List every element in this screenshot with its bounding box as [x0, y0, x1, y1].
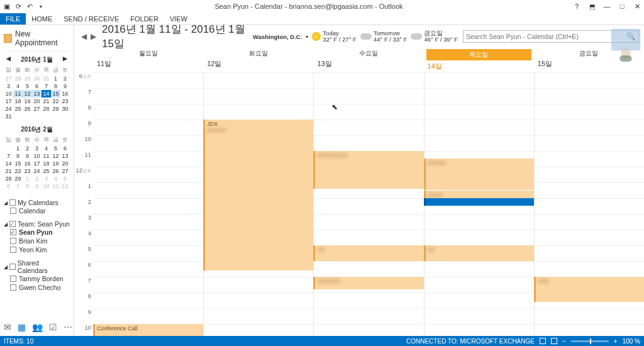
group-my-calendars[interactable]: ◢My Calendars: [4, 199, 70, 206]
nav-calendar-icon[interactable]: ▦: [18, 322, 26, 332]
checkbox[interactable]: [9, 199, 16, 206]
minimize-icon[interactable]: ―: [602, 2, 611, 11]
view-reading-icon[interactable]: [551, 338, 557, 344]
qat-dropdown-icon[interactable]: ▾: [36, 2, 45, 11]
mini-calendar-january: ◀2016년 1월▶ 일월화수목금토 272829303112 3456789 …: [4, 54, 70, 120]
status-connection: CONNECTED TO: MICROSOFT EXCHANGE: [406, 338, 535, 345]
calendar-grid[interactable]: Conference Call JDXXXXXX XXXXXXXX XX XXX…: [93, 72, 644, 336]
nav-mail-icon[interactable]: ✉: [4, 322, 11, 332]
zoom-slider[interactable]: [571, 340, 609, 342]
calendar-item-gwen[interactable]: Gwen Checho: [4, 283, 70, 292]
tab-file[interactable]: FILE: [0, 13, 26, 25]
window-title: Sean Pyun - Calendar - brianna.seo@lpgaa…: [45, 3, 572, 10]
event-item-current[interactable]: [424, 198, 534, 206]
prev-month-icon[interactable]: ◀: [6, 55, 11, 62]
cloud-icon: [360, 33, 372, 40]
event-item[interactable]: XX: [313, 245, 423, 261]
nav-more-icon[interactable]: ⋯: [64, 322, 72, 332]
date-range: 2016년 1월 11일 - 2016년 1월 15일: [102, 22, 253, 51]
cloud-icon: [411, 33, 422, 40]
tab-home[interactable]: HOME: [26, 13, 58, 25]
group-team[interactable]: ◢Team: Sean Pyun: [4, 220, 70, 228]
help-icon[interactable]: ?: [572, 2, 581, 11]
zoom-out-icon[interactable]: −: [562, 338, 566, 345]
next-week-icon[interactable]: ▶: [89, 32, 98, 41]
nav-tasks-icon[interactable]: ☑: [49, 322, 57, 332]
new-appointment-button[interactable]: New Appointment: [4, 28, 70, 52]
checkbox[interactable]: [10, 208, 16, 214]
mini-calendar-grid[interactable]: 일월화수목금토 272829303112 3456789 10111213141…: [4, 65, 70, 120]
search-icon[interactable]: 🔍: [626, 32, 636, 41]
search-box[interactable]: 🔍: [463, 30, 639, 43]
appointment-icon: [4, 34, 12, 43]
nav-people-icon[interactable]: 👥: [32, 322, 43, 332]
event-item[interactable]: XXXXXX: [313, 277, 423, 289]
day-header-row: 월요일11일 화요일12일 수요일13일 목요일14일 금요일15일: [74, 48, 644, 72]
search-input[interactable]: [466, 33, 626, 40]
calendar-item-yeon[interactable]: Yeon Kim: [4, 245, 70, 254]
event-item[interactable]: XXXX: [424, 191, 534, 198]
weather-bar[interactable]: Washington, D.C.▾ Today32° F / 27° F Tom…: [253, 30, 458, 43]
next-month-icon[interactable]: ▶: [63, 55, 67, 62]
view-normal-icon[interactable]: [540, 338, 546, 344]
ribbon-collapse-icon[interactable]: ⬒: [587, 2, 596, 11]
checkbox[interactable]: [10, 238, 16, 244]
zoom-in-icon[interactable]: +: [614, 338, 618, 345]
checkbox[interactable]: [9, 221, 16, 227]
sun-icon: [312, 32, 321, 41]
event-item[interactable]: XXX: [534, 277, 644, 302]
zoom-level: 100 %: [623, 338, 640, 345]
mini-calendar-february: 2016년 2월 일월화수목금토 123456 78910111213 1415…: [4, 124, 70, 190]
new-appointment-label: New Appointment: [15, 30, 70, 47]
status-items: ITEMS: 10: [4, 338, 33, 345]
event-item[interactable]: XXXXX: [424, 159, 534, 190]
event-item[interactable]: XXXXXXXX: [313, 151, 423, 189]
weather-location: Washington, D.C.: [253, 33, 302, 40]
calendar-item-sean[interactable]: Sean Pyun: [4, 228, 70, 237]
close-icon[interactable]: ✕: [633, 2, 641, 11]
event-conference-call[interactable]: Conference Call: [93, 324, 203, 336]
status-bar: ITEMS: 10 CONNECTED TO: MICROSOFT EXCHAN…: [0, 336, 644, 346]
qat-send-receive-icon[interactable]: ⟳: [14, 2, 23, 11]
event-item[interactable]: XX: [424, 245, 534, 261]
checkbox[interactable]: [10, 276, 16, 282]
calendar-item-calendar[interactable]: Calendar: [4, 206, 70, 215]
mini-calendar-grid[interactable]: 일월화수목금토 123456 78910111213 1415161718192…: [4, 135, 70, 190]
outlook-icon: ▣: [3, 2, 11, 11]
qat-undo-icon[interactable]: ↶: [25, 2, 34, 11]
checkbox[interactable]: [10, 229, 16, 235]
calendar-item-brian[interactable]: Brian Kim: [4, 237, 70, 245]
calendar-item-tammy[interactable]: Tammy Borden: [4, 274, 70, 283]
group-shared[interactable]: ◢Shared Calendars: [4, 259, 70, 274]
time-gutter: 6오전 789 1011 12오후 123 456 789 1011: [74, 72, 93, 336]
month-label: 2016년 1월: [21, 56, 53, 63]
checkbox[interactable]: [10, 247, 16, 253]
month-label: 2016년 2월: [21, 126, 53, 133]
maximize-icon[interactable]: □: [618, 2, 626, 11]
checkbox[interactable]: [9, 264, 16, 270]
prev-week-icon[interactable]: ◀: [79, 32, 89, 41]
checkbox[interactable]: [10, 284, 16, 291]
event-jdx[interactable]: JDXXXXXX: [203, 120, 313, 271]
